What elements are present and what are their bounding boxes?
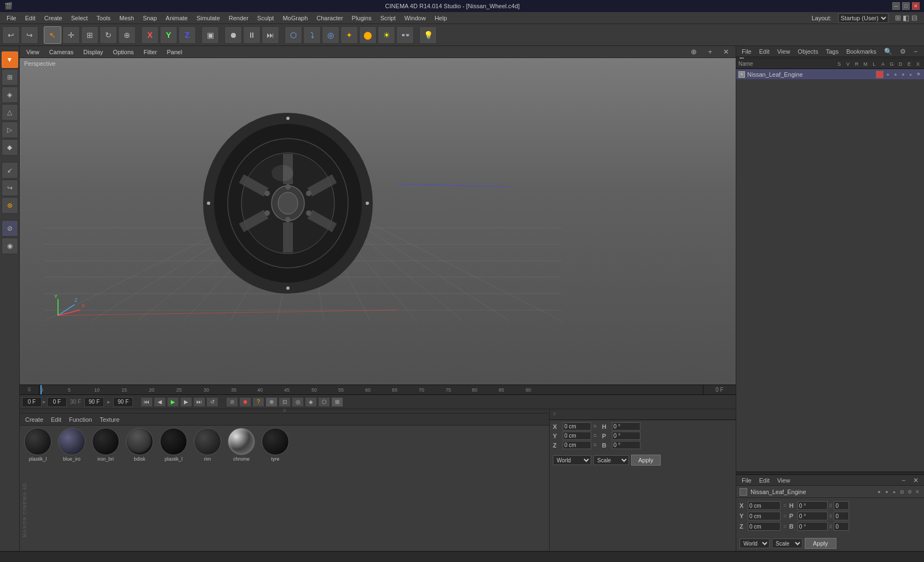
- scale-tool-button[interactable]: ⊞: [81, 26, 99, 44]
- attr-h-rot[interactable]: [798, 501, 828, 510]
- menu-create[interactable]: Create: [40, 14, 67, 22]
- apply-button[interactable]: Apply: [631, 455, 661, 466]
- point-mode-button[interactable]: △: [2, 104, 18, 121]
- viewport-tab-filter[interactable]: Filter: [139, 48, 161, 56]
- obj-menu-bookmarks[interactable]: Bookmarks: [843, 48, 880, 55]
- timeline-ruler[interactable]: 0 5 10 15 20 25 30 35 40 45 50 55 60 65 …: [39, 385, 703, 394]
- select-tool-button[interactable]: ↖: [44, 26, 61, 44]
- menu-animate[interactable]: Animate: [161, 14, 192, 22]
- h-rotation-input[interactable]: [612, 422, 640, 431]
- menu-snap[interactable]: Snap: [138, 14, 161, 22]
- layout-select[interactable]: Startup (User): [838, 13, 888, 23]
- viewport-tab-display[interactable]: Display: [79, 48, 107, 56]
- menu-mograph[interactable]: MoGraph: [278, 14, 312, 22]
- viewport[interactable]: Z X Y: [20, 58, 736, 385]
- attr-menu-view[interactable]: View: [774, 477, 794, 484]
- goto-start-button[interactable]: ⏮: [141, 397, 153, 407]
- rotate-tool-button[interactable]: ↻: [100, 26, 117, 44]
- viewport-tab-view[interactable]: View: [22, 48, 44, 56]
- texture-mode-button[interactable]: ⊞: [2, 69, 18, 85]
- attr-y-pos[interactable]: [748, 512, 781, 520]
- edge-mode-button[interactable]: ◈: [2, 87, 18, 103]
- material-item-iron[interactable]: iron_bri: [90, 428, 122, 462]
- viewport-settings-icon[interactable]: +: [703, 47, 717, 57]
- anim-record-button[interactable]: ⏺: [224, 26, 242, 44]
- attr-p-rot[interactable]: [798, 512, 828, 520]
- obj-close-icon[interactable]: ✕: [922, 47, 924, 56]
- goto-end-button[interactable]: ⏭: [193, 397, 205, 407]
- attr-z-pos[interactable]: [748, 522, 781, 531]
- attr-p-extra[interactable]: [834, 512, 849, 520]
- panel-handle[interactable]: ⠿: [20, 409, 549, 414]
- close-button[interactable]: ✕: [912, 2, 920, 10]
- obj-vis-icon[interactable]: ●: [885, 72, 891, 77]
- menu-window[interactable]: Window: [400, 14, 430, 22]
- obj-minimize-icon[interactable]: −: [910, 47, 921, 56]
- loop-button[interactable]: ↺: [206, 397, 218, 407]
- viewport-tab-cameras[interactable]: Cameras: [45, 48, 78, 56]
- viewport-tab-options[interactable]: Options: [108, 48, 138, 56]
- obj-menu-tags[interactable]: Tags: [823, 48, 842, 55]
- obj-tag-icon[interactable]: ⚑: [915, 72, 922, 77]
- menu-mesh[interactable]: Mesh: [115, 14, 138, 22]
- material-item-blue[interactable]: blue_iro: [56, 428, 88, 462]
- maximize-button[interactable]: □: [902, 2, 910, 10]
- move-button[interactable]: ↙: [2, 162, 18, 179]
- menu-sculpt[interactable]: Sculpt: [253, 14, 279, 22]
- material-tab-edit[interactable]: Edit: [48, 415, 65, 424]
- attr-h-extra[interactable]: [834, 501, 849, 510]
- end-frame-input2[interactable]: [113, 397, 133, 407]
- attr-menu-edit[interactable]: Edit: [756, 477, 773, 484]
- auto-key-button[interactable]: ⊡: [279, 397, 291, 407]
- b-rotation-input[interactable]: [612, 441, 640, 449]
- spline-button[interactable]: ⤵: [303, 26, 321, 44]
- obj-lock-icon[interactable]: ●: [900, 72, 906, 77]
- motion-button[interactable]: ◎: [292, 397, 304, 407]
- record-button[interactable]: ⏺: [239, 397, 251, 407]
- viewport-close-icon[interactable]: ✕: [719, 47, 734, 57]
- material-tab-create[interactable]: Create: [22, 415, 47, 424]
- menu-character[interactable]: Character: [312, 14, 347, 22]
- x-axis-button[interactable]: X: [141, 26, 159, 44]
- obj-menu-edit[interactable]: Edit: [756, 48, 773, 55]
- redo-button[interactable]: ↪: [21, 26, 38, 44]
- menu-edit[interactable]: Edit: [21, 14, 40, 22]
- poly-mode-button[interactable]: ▷: [2, 122, 18, 138]
- material-item-plastik[interactable]: plastik_l: [22, 428, 54, 462]
- y-position-input[interactable]: [563, 432, 591, 440]
- space-select[interactable]: World Object Local: [553, 455, 591, 465]
- material-item-plastik2[interactable]: plastik_l: [158, 428, 189, 462]
- frame-display[interactable]: [47, 397, 67, 407]
- object-mode-button[interactable]: ◆: [2, 139, 18, 156]
- right-transform-select[interactable]: Scale Move Rotate: [772, 538, 802, 548]
- menu-plugins[interactable]: Plugins: [348, 14, 376, 22]
- material-tab-texture[interactable]: Texture: [96, 415, 123, 424]
- attr-menu-file[interactable]: File: [738, 477, 755, 484]
- material-item-rim[interactable]: rim: [192, 428, 223, 462]
- free-transform-button[interactable]: ⊕: [118, 26, 136, 44]
- material-paint-button[interactable]: ⊘: [2, 220, 18, 237]
- menu-file[interactable]: File: [2, 14, 21, 22]
- move-tool-button[interactable]: ✛: [62, 26, 80, 44]
- menu-script[interactable]: Script: [376, 14, 400, 22]
- attr-x-pos[interactable]: [748, 501, 781, 510]
- render-region-button[interactable]: ▣: [201, 26, 219, 44]
- current-frame-input[interactable]: [22, 397, 42, 407]
- obj-color-swatch[interactable]: [876, 71, 883, 78]
- rotate-left-button[interactable]: ↪: [2, 180, 18, 196]
- light-button[interactable]: ☀: [378, 26, 395, 44]
- prev-frame-button[interactable]: ◀: [154, 397, 166, 407]
- obj-menu-file[interactable]: File: [738, 48, 755, 55]
- attr-close-icon[interactable]: ✕: [910, 476, 922, 485]
- material-item-tyre[interactable]: tyre: [259, 428, 291, 462]
- keyframe-button[interactable]: ⊕: [265, 397, 278, 407]
- record-active-button[interactable]: ⊘: [226, 397, 238, 407]
- model-mode-button[interactable]: ▼: [2, 51, 18, 68]
- x-position-input[interactable]: [563, 422, 591, 431]
- sculpt-button[interactable]: ◉: [2, 238, 18, 254]
- obj-search-icon[interactable]: 🔍: [881, 47, 896, 56]
- right-space-select[interactable]: World Object: [740, 538, 770, 548]
- obj-settings-icon[interactable]: ⚙: [897, 47, 909, 56]
- timeline-button[interactable]: ⊞: [331, 397, 343, 407]
- material-item-chrome[interactable]: chrome: [226, 428, 257, 462]
